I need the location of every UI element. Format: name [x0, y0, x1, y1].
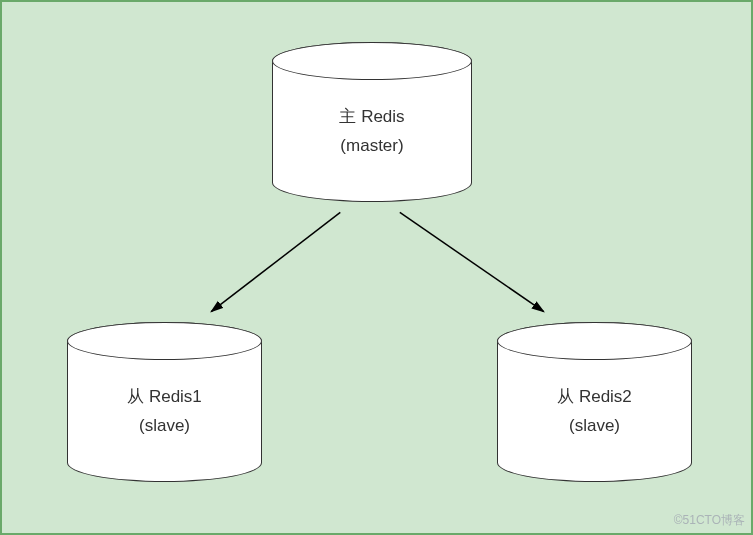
slave1-line2: (slave)	[68, 412, 261, 441]
slave2-line2: (slave)	[498, 412, 691, 441]
node-slave1: 从 Redis1 (slave)	[67, 322, 262, 482]
slave2-line1: 从 Redis2	[498, 383, 691, 412]
master-line1: 主 Redis	[273, 103, 471, 132]
watermark: ©51CTO博客	[674, 512, 745, 529]
arrow-master-slave1	[211, 212, 340, 311]
master-line2: (master)	[273, 132, 471, 161]
node-slave2: 从 Redis2 (slave)	[497, 322, 692, 482]
node-master-label: 主 Redis (master)	[273, 103, 471, 161]
node-slave1-label: 从 Redis1 (slave)	[68, 383, 261, 441]
node-slave2-label: 从 Redis2 (slave)	[498, 383, 691, 441]
node-master: 主 Redis (master)	[272, 42, 472, 202]
arrow-master-slave2	[400, 212, 544, 311]
diagram-canvas: 主 Redis (master) 从 Redis1 (slave) 从 Redi…	[0, 0, 753, 535]
slave1-line1: 从 Redis1	[68, 383, 261, 412]
